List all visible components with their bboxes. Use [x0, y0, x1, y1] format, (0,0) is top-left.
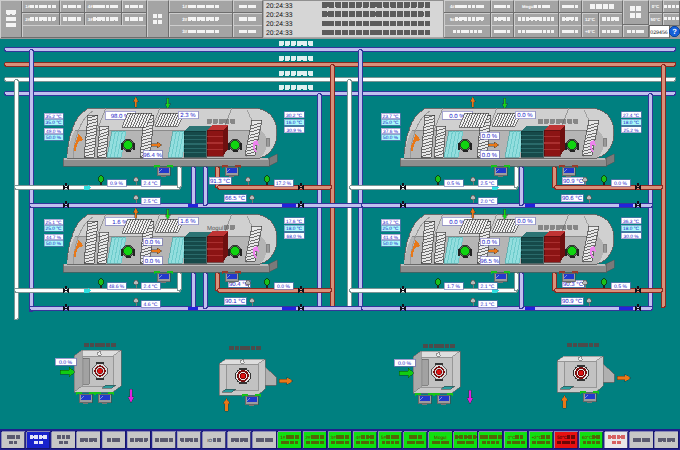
svg-text:0.5 %: 0.5 % [447, 181, 460, 187]
svg-text:27.4 °C: 27.4 °C [623, 113, 640, 119]
svg-text:2.1 °C: 2.1 °C [481, 284, 495, 290]
svg-text:20:24:33: 20:24:33 [266, 3, 293, 10]
svg-text:36.3 °C: 36.3 °C [623, 219, 640, 225]
svg-text:90.6 °C: 90.6 °C [562, 195, 583, 202]
svg-text:+6°C: +6°C [585, 29, 596, 34]
svg-text:20:24:33: 20:24:33 [266, 21, 293, 28]
svg-text:20:24:33: 20:24:33 [266, 12, 293, 19]
svg-text:25.0 °C: 25.0 °C [45, 226, 62, 232]
svg-text:50.0 %: 50.0 % [46, 135, 62, 141]
svg-text:20:24:33: 20:24:33 [266, 30, 293, 37]
svg-text:35.0 °C: 35.0 °C [45, 120, 62, 126]
svg-text:+2°C: +2°C [532, 435, 543, 440]
svg-text:34.7 °C: 34.7 °C [382, 220, 399, 226]
svg-text:029456: 029456 [650, 30, 667, 36]
svg-text:3#: 3# [182, 29, 188, 34]
svg-text:91.3 °C: 91.3 °C [210, 178, 231, 185]
svg-text:1#: 1# [280, 435, 286, 440]
svg-text:23.7 °C: 23.7 °C [382, 114, 399, 120]
svg-text:18.0 °C: 18.0 °C [286, 226, 303, 232]
svg-text:5#: 5# [450, 17, 455, 22]
svg-text:0.0 %: 0.0 % [517, 112, 533, 119]
svg-text:0.0 %: 0.0 % [614, 181, 627, 187]
svg-text:1.6 %: 1.6 % [180, 218, 196, 225]
svg-text:0.0 %: 0.0 % [517, 218, 533, 225]
svg-text:5#: 5# [381, 435, 387, 440]
svg-text:4#: 4# [88, 4, 93, 9]
svg-text:37.6 %: 37.6 % [383, 129, 399, 135]
svg-text:2.5 °C: 2.5 °C [144, 199, 158, 205]
svg-text:68.0 %: 68.0 % [287, 234, 303, 240]
svg-text:2.0 °C: 2.0 °C [481, 199, 495, 205]
svg-text:90.1 °C: 90.1 °C [225, 298, 246, 305]
svg-text:0.9 %: 0.9 % [110, 181, 123, 187]
svg-text:18.0 °C: 18.0 °C [623, 120, 640, 126]
svg-text:1#: 1# [182, 4, 188, 9]
svg-text:2.1 °C: 2.1 °C [481, 302, 495, 308]
svg-text:3#: 3# [88, 17, 93, 22]
svg-text:0.0 %: 0.0 % [482, 152, 498, 159]
svg-text:4.6 °C: 4.6 °C [144, 302, 158, 308]
svg-text:2#: 2# [306, 435, 312, 440]
svg-text:30.0 %: 30.0 % [624, 234, 640, 240]
svg-text:0.0 %: 0.0 % [59, 360, 73, 366]
svg-text:25.0 °C: 25.0 °C [382, 226, 399, 232]
svg-text:?: ? [672, 27, 677, 36]
svg-text:60°C: 60°C [582, 435, 593, 440]
svg-text:25.2 %: 25.2 % [624, 128, 640, 134]
svg-text:Mogul: Mogul [207, 225, 223, 232]
svg-text:0.0 %: 0.0 % [482, 239, 498, 246]
svg-text:16.0 °C: 16.0 °C [286, 120, 303, 126]
svg-text:44.7 %: 44.7 % [46, 235, 62, 241]
svg-text:30.2 °C: 30.2 °C [286, 113, 303, 119]
svg-text:Mogul: Mogul [434, 435, 447, 440]
svg-text:2#: 2# [25, 17, 30, 22]
svg-text:0.0 %: 0.0 % [482, 133, 498, 140]
svg-text:2.3 %: 2.3 % [180, 112, 196, 119]
svg-text:Mogul: Mogul [522, 4, 534, 9]
svg-text:0.0 %: 0.0 % [145, 239, 161, 246]
svg-text:25.0 °C: 25.0 °C [382, 120, 399, 126]
svg-text:2.5 °C: 2.5 °C [481, 181, 495, 187]
svg-text:50°C: 50°C [651, 17, 662, 22]
svg-text:96.4 %: 96.4 % [143, 152, 162, 159]
svg-text:48.6 %: 48.6 % [109, 284, 125, 290]
svg-text:2.4 °C: 2.4 °C [144, 284, 158, 290]
svg-text:96.5 %: 96.5 % [480, 258, 499, 265]
svg-text:0.0 %: 0.0 % [277, 284, 290, 290]
svg-text:1.7 %: 1.7 % [447, 284, 460, 290]
svg-text:90.9 °C: 90.9 °C [562, 298, 583, 305]
svg-text:17.6 °C: 17.6 °C [286, 219, 303, 225]
svg-text:17.2 %: 17.2 % [276, 181, 292, 187]
svg-text:25.1 °C: 25.1 °C [45, 220, 62, 226]
svg-text:0.5 %: 0.5 % [614, 284, 627, 290]
svg-text:50.0 %: 50.0 % [46, 241, 62, 247]
svg-text:0°C: 0°C [508, 435, 516, 440]
svg-text:4#: 4# [356, 435, 362, 440]
svg-text:IO: IO [207, 438, 212, 443]
svg-text:1#: 1# [25, 4, 30, 9]
svg-text:12°C: 12°C [585, 17, 596, 22]
svg-text:50.0 %: 50.0 % [383, 135, 399, 141]
svg-text:35.2 °C: 35.2 °C [45, 114, 62, 120]
svg-text:0.0 %: 0.0 % [398, 361, 412, 367]
svg-text:49.0 %: 49.0 % [46, 129, 62, 135]
svg-text:66.5 °C: 66.5 °C [225, 195, 246, 202]
svg-text:41.4 %: 41.4 % [383, 235, 399, 241]
svg-text:2#: 2# [182, 17, 188, 22]
svg-text:2.4 °C: 2.4 °C [144, 181, 158, 187]
svg-text:0°C: 0°C [652, 4, 660, 9]
svg-text:3#: 3# [331, 435, 337, 440]
svg-text:50.0 %: 50.0 % [383, 241, 399, 247]
svg-text:30.9 %: 30.9 % [287, 128, 303, 134]
svg-text:50°C: 50°C [557, 435, 568, 440]
svg-text:4#: 4# [450, 4, 455, 9]
svg-text:18.0 °C: 18.0 °C [623, 226, 640, 232]
svg-text:90.9 °C: 90.9 °C [563, 178, 584, 185]
svg-text:0.0 %: 0.0 % [145, 258, 161, 265]
